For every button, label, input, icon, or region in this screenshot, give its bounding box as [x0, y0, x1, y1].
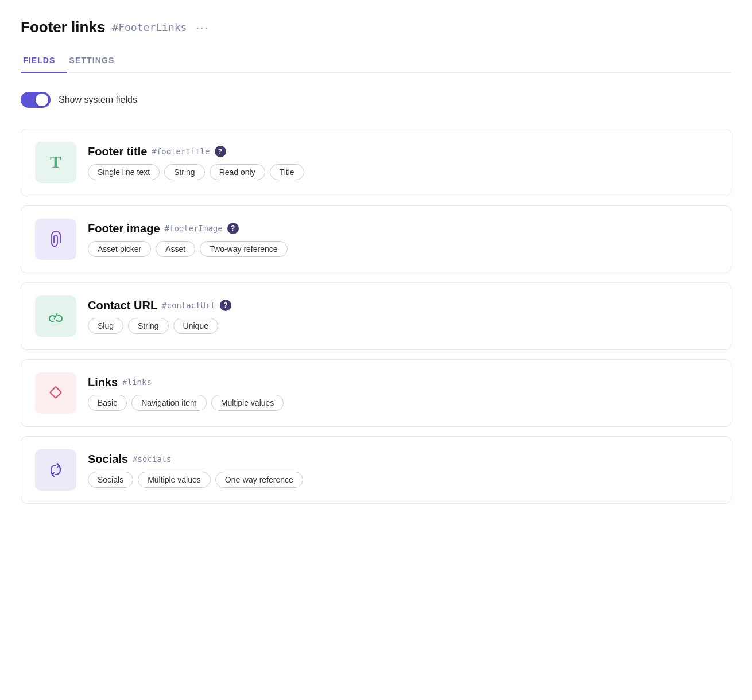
field-name: Socials — [88, 453, 128, 466]
svg-text:T: T — [50, 152, 61, 171]
field-content-footer-title: Footer title #footerTitle ? Single line … — [88, 145, 717, 180]
tag: Two-way reference — [200, 241, 287, 257]
field-hash: #links — [122, 378, 152, 387]
page-header: Footer links #FooterLinks ··· — [21, 18, 731, 36]
tag: String — [128, 318, 169, 334]
field-card-links: Links #links Basic Navigation item Multi… — [21, 359, 731, 427]
field-name: Footer image — [88, 222, 160, 235]
tag: String — [164, 164, 205, 180]
field-tags: Asset picker Asset Two-way reference — [88, 241, 717, 257]
field-icon-footer-title: T — [35, 142, 76, 183]
tag: Multiple values — [138, 472, 211, 488]
page-hash: #FooterLinks — [112, 21, 187, 33]
field-hash: #footerTitle — [152, 147, 210, 156]
field-name: Contact URL — [88, 299, 157, 312]
help-icon[interactable]: ? — [215, 146, 226, 157]
field-name: Footer title — [88, 145, 147, 158]
system-fields-toggle[interactable] — [21, 92, 51, 108]
tag: Multiple values — [211, 395, 284, 411]
help-icon[interactable]: ? — [220, 300, 231, 311]
tab-fields[interactable]: FIELDS — [21, 50, 67, 73]
field-hash: #socials — [133, 454, 171, 464]
field-icon-contact-url — [35, 295, 76, 337]
field-icon-socials — [35, 449, 76, 491]
field-name: Links — [88, 376, 118, 389]
field-tags: Single line text String Read only Title — [88, 164, 717, 180]
field-hash: #contactUrl — [162, 301, 215, 310]
toggle-label: Show system fields — [59, 95, 137, 105]
tag: Read only — [210, 164, 265, 180]
field-tags: Basic Navigation item Multiple values — [88, 395, 717, 411]
field-card-contact-url: Contact URL #contactUrl ? Slug String Un… — [21, 282, 731, 350]
field-card-footer-image: Footer image #footerImage ? Asset picker… — [21, 205, 731, 273]
field-hash: #footerImage — [165, 224, 223, 233]
fields-list: T Footer title #footerTitle ? Single lin… — [21, 129, 731, 504]
field-content-contact-url: Contact URL #contactUrl ? Slug String Un… — [88, 299, 717, 334]
tag: Navigation item — [131, 395, 207, 411]
tag: Slug — [88, 318, 123, 334]
more-options-icon[interactable]: ··· — [196, 21, 209, 34]
field-content-footer-image: Footer image #footerImage ? Asset picker… — [88, 222, 717, 257]
tag: Title — [270, 164, 304, 180]
help-icon[interactable]: ? — [227, 223, 239, 234]
svg-rect-1 — [50, 387, 61, 398]
field-icon-links — [35, 372, 76, 414]
tag: Basic — [88, 395, 127, 411]
field-name-row: Contact URL #contactUrl ? — [88, 299, 717, 312]
tag: Asset picker — [88, 241, 151, 257]
field-name-row: Footer title #footerTitle ? — [88, 145, 717, 158]
field-card-socials: Socials #socials Socials Multiple values… — [21, 436, 731, 504]
field-name-row: Links #links — [88, 376, 717, 389]
tab-settings[interactable]: SETTINGS — [67, 50, 126, 73]
field-content-socials: Socials #socials Socials Multiple values… — [88, 453, 717, 488]
show-system-fields-row: Show system fields — [21, 92, 731, 108]
tag: Asset — [156, 241, 195, 257]
field-name-row: Socials #socials — [88, 453, 717, 466]
field-tags: Socials Multiple values One-way referenc… — [88, 472, 717, 488]
page-title: Footer links — [21, 18, 105, 36]
tag: Unique — [173, 318, 218, 334]
field-name-row: Footer image #footerImage ? — [88, 222, 717, 235]
field-content-links: Links #links Basic Navigation item Multi… — [88, 376, 717, 411]
tabs: FIELDS SETTINGS — [21, 50, 731, 73]
field-icon-footer-image — [35, 219, 76, 260]
tag: One-way reference — [215, 472, 303, 488]
field-card-footer-title: T Footer title #footerTitle ? Single lin… — [21, 129, 731, 196]
field-tags: Slug String Unique — [88, 318, 717, 334]
tag: Socials — [88, 472, 133, 488]
tag: Single line text — [88, 164, 160, 180]
